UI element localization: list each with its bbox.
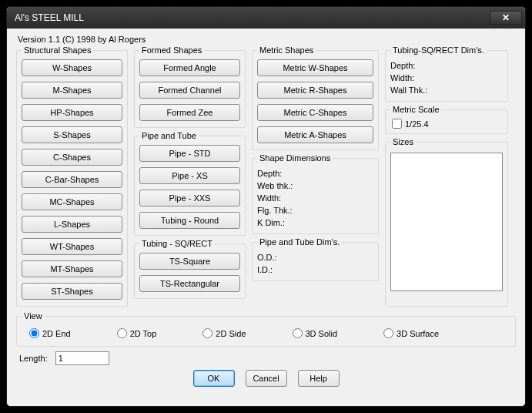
depth2-label: Depth: — [390, 59, 503, 72]
tubing-round-button[interactable]: Tubing - Round — [139, 212, 240, 229]
metric-scale-group: Metric Scale 1/25.4 — [385, 105, 508, 134]
formed-angle-button[interactable]: Formed Angle — [139, 59, 240, 76]
view-2d-top-radio[interactable] — [117, 328, 127, 338]
web-thk-label: Web thk.: — [257, 180, 373, 192]
formed-legend: Formed Shapes — [139, 45, 204, 55]
hp-shapes-button[interactable]: HP-Shapes — [22, 104, 122, 121]
width-label: Width: — [257, 192, 373, 204]
k-dim-label: K Dim.: — [257, 217, 373, 229]
tubing-sq-rect-group: Tubing - SQ/RECT TS-Square TS-Rectangula… — [134, 239, 246, 299]
ok-button[interactable]: OK — [193, 370, 235, 387]
view-2d-side-radio[interactable] — [202, 328, 212, 338]
metric-c-shapes-button[interactable]: Metric C-Shapes — [257, 104, 373, 121]
view-3d-surface-radio[interactable] — [383, 328, 393, 338]
view-2d-top[interactable]: 2D Top — [117, 328, 157, 338]
s-shapes-button[interactable]: S-Shapes — [22, 126, 122, 143]
view-2d-end[interactable]: 2D End — [29, 328, 71, 338]
metric-shapes-group: Metric Shapes Metric W-Shapes Metric R-S… — [252, 45, 379, 150]
pipe-tube-dims-group: Pipe and Tube Dim's. O.D.: I.D.: — [252, 237, 379, 281]
pipe-dims-legend: Pipe and Tube Dim's. — [257, 237, 342, 247]
c-bar-shapes-button[interactable]: C-Bar-Shapes — [22, 171, 122, 188]
mt-shapes-button[interactable]: MT-Shapes — [22, 260, 122, 277]
tubing-legend: Tubing - SQ/RECT — [139, 239, 215, 248]
sizes-group: Sizes — [385, 137, 508, 307]
formed-zee-button[interactable]: Formed Zee — [139, 104, 240, 121]
wall-thk-label: Wall Thk.: — [390, 84, 503, 96]
view-legend: View — [22, 311, 45, 321]
flg-thk-label: Flg. Thk.: — [257, 204, 373, 217]
window-title: Al's STEEL MILL — [15, 12, 490, 23]
shape-dims-legend: Shape Dimensions — [257, 153, 333, 163]
view-2d-end-radio[interactable] — [29, 328, 39, 338]
width2-label: Width: — [390, 72, 503, 84]
view-3d-solid[interactable]: 3D Solid — [293, 328, 338, 338]
close-button[interactable]: ✕ — [490, 11, 522, 25]
title-bar[interactable]: Al's STEEL MILL ✕ — [7, 7, 525, 29]
c-shapes-button[interactable]: C-Shapes — [22, 149, 122, 166]
metric-scale-checkbox[interactable] — [392, 119, 402, 129]
pipe-xxs-button[interactable]: Pipe - XXS — [139, 190, 240, 206]
mc-shapes-button[interactable]: MC-Shapes — [22, 193, 122, 210]
structural-legend: Structural Shapes — [22, 45, 93, 55]
dialog-window: Al's STEEL MILL ✕ Version 1.1 (C) 1998 b… — [6, 6, 526, 407]
metric-r-shapes-button[interactable]: Metric R-Shapes — [257, 82, 373, 99]
st-shapes-button[interactable]: ST-Shapes — [22, 283, 122, 300]
cancel-button[interactable]: Cancel — [246, 370, 287, 387]
pipe-legend: Pipe and Tube — [139, 131, 199, 140]
formed-shapes-group: Formed Shapes Formed Angle Formed Channe… — [134, 45, 246, 128]
view-3d-solid-radio[interactable] — [293, 328, 303, 338]
id-label: I.D.: — [257, 264, 373, 276]
pipe-std-button[interactable]: Pipe - STD — [139, 145, 240, 162]
ts-square-button[interactable]: TS-Square — [139, 253, 240, 270]
length-input[interactable] — [55, 351, 109, 365]
sizes-listbox[interactable] — [390, 153, 503, 291]
w-shapes-button[interactable]: W-Shapes — [22, 59, 122, 76]
l-shapes-button[interactable]: L-Shapes — [22, 216, 122, 233]
view-group: View 2D End 2D Top 2D Side 3D Solid 3D S… — [16, 311, 516, 347]
od-label: O.D.: — [257, 251, 373, 264]
length-label: Length: — [19, 354, 48, 363]
depth-label: Depth: — [257, 167, 373, 180]
metric-scale-row[interactable]: 1/25.4 — [390, 119, 503, 129]
wt-shapes-button[interactable]: WT-Shapes — [22, 238, 122, 255]
pipe-tube-group: Pipe and Tube Pipe - STD Pipe - XS Pipe … — [134, 131, 246, 236]
sizes-legend: Sizes — [390, 137, 416, 146]
shape-dimensions-group: Shape Dimensions Depth: Web thk.: Width:… — [252, 153, 379, 234]
ts-rectangular-button[interactable]: TS-Rectangular — [139, 275, 240, 292]
m-shapes-button[interactable]: M-Shapes — [22, 82, 122, 99]
dialog-content: Version 1.1 (C) 1998 by Al Rogers Struct… — [7, 29, 525, 406]
help-button[interactable]: Help — [298, 370, 340, 387]
view-2d-side[interactable]: 2D Side — [202, 328, 246, 338]
close-icon: ✕ — [502, 12, 510, 23]
structural-shapes-group: Structural Shapes W-Shapes M-Shapes HP-S… — [16, 45, 128, 307]
metric-legend: Metric Shapes — [257, 45, 316, 55]
metric-scale-legend: Metric Scale — [390, 105, 442, 114]
version-text: Version 1.1 (C) 1998 by Al Rogers — [16, 35, 516, 44]
view-3d-surface[interactable]: 3D Surface — [383, 328, 439, 338]
metric-w-shapes-button[interactable]: Metric W-Shapes — [257, 59, 373, 76]
tubing-dims-legend: Tubing-SQ/RECT Dim's. — [390, 45, 487, 55]
tubing-dims-group: Tubing-SQ/RECT Dim's. Depth: Width: Wall… — [385, 45, 508, 102]
metric-scale-label: 1/25.4 — [405, 119, 429, 129]
pipe-xs-button[interactable]: Pipe - XS — [139, 167, 240, 184]
metric-a-shapes-button[interactable]: Metric A-Shapes — [257, 126, 373, 143]
formed-channel-button[interactable]: Formed Channel — [139, 82, 240, 99]
